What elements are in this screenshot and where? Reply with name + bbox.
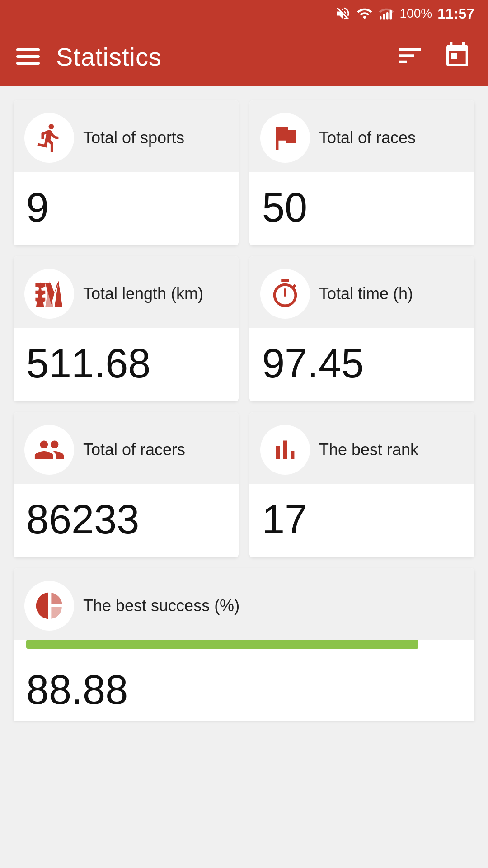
calendar-button[interactable]	[443, 41, 472, 72]
stat-value-races: 50	[249, 172, 474, 245]
stat-label-rank: The best rank	[319, 439, 418, 461]
stat-value-success-container	[14, 640, 474, 654]
stat-value-success: 88.88	[14, 654, 474, 721]
stat-label-length: Total length (km)	[83, 283, 203, 305]
stat-label-sports: Total of sports	[83, 127, 184, 149]
filter-icon	[396, 41, 425, 70]
stat-card-header-rank: The best rank	[249, 412, 474, 484]
wifi-icon	[357, 5, 373, 22]
stat-label-races: Total of races	[319, 127, 416, 149]
app-bar: Statistics	[0, 27, 488, 86]
flag-icon	[269, 122, 301, 154]
stat-label-time: Total time (h)	[319, 283, 413, 305]
stat-value-time: 97.45	[249, 328, 474, 401]
status-bar: 100% 11:57	[0, 0, 488, 27]
battery-text: 100%	[400, 6, 432, 21]
icon-circle-time	[260, 269, 310, 319]
pie-chart-icon	[33, 590, 65, 622]
stat-card-total-length: Total length (km) 511.68	[14, 256, 239, 401]
running-icon	[33, 122, 65, 154]
stat-card-header-length: Total length (km)	[14, 256, 239, 328]
stat-value-length: 511.68	[14, 328, 239, 401]
stat-value-sports: 9	[14, 172, 239, 245]
main-content: Total of sports 9 Total of races 50	[0, 86, 488, 734]
group-icon	[33, 434, 65, 466]
filter-button[interactable]	[396, 41, 425, 72]
svg-rect-1	[383, 14, 385, 20]
app-bar-left: Statistics	[16, 42, 162, 71]
page-title: Statistics	[56, 42, 162, 71]
stats-grid: Total of sports 9 Total of races 50	[14, 100, 474, 557]
stat-card-header-time: Total time (h)	[249, 256, 474, 328]
stat-value-racers: 86233	[14, 484, 239, 557]
stat-card-best-rank: The best rank 17	[249, 412, 474, 557]
stat-card-header-success: The best success (%)	[14, 568, 474, 640]
stat-card-header-sports: Total of sports	[14, 100, 239, 172]
stat-card-header-races: Total of races	[249, 100, 474, 172]
stat-card-best-success: The best success (%) 88.88	[14, 568, 474, 721]
road-icon	[33, 278, 65, 310]
hamburger-menu[interactable]	[16, 48, 40, 65]
svg-rect-3	[389, 10, 392, 20]
stat-card-total-races: Total of races 50	[249, 100, 474, 245]
stat-label-success: The best success (%)	[83, 595, 239, 617]
stat-card-header-racers: Total of racers	[14, 412, 239, 484]
icon-circle-rank	[260, 425, 310, 475]
svg-rect-0	[380, 16, 382, 20]
status-icons: 100% 11:57	[335, 5, 474, 22]
signal-icon	[378, 5, 394, 22]
icon-circle-races	[260, 113, 310, 163]
stat-card-total-sports: Total of sports 9	[14, 100, 239, 245]
icon-circle-length	[24, 269, 74, 319]
icon-circle-sports	[24, 113, 74, 163]
stat-card-total-racers: Total of racers 86233	[14, 412, 239, 557]
stat-card-total-time: Total time (h) 97.45	[249, 256, 474, 401]
timer-icon	[269, 278, 301, 310]
rank-icon	[269, 434, 301, 466]
icon-circle-racers	[24, 425, 74, 475]
status-time: 11:57	[437, 5, 474, 22]
stat-label-racers: Total of racers	[83, 439, 185, 461]
svg-rect-2	[386, 12, 389, 20]
icon-circle-success	[24, 581, 74, 631]
mute-icon	[335, 5, 351, 22]
app-bar-right	[396, 41, 472, 72]
success-progress-bar	[26, 640, 418, 649]
stat-value-rank: 17	[249, 484, 474, 557]
calendar-icon	[443, 41, 472, 70]
